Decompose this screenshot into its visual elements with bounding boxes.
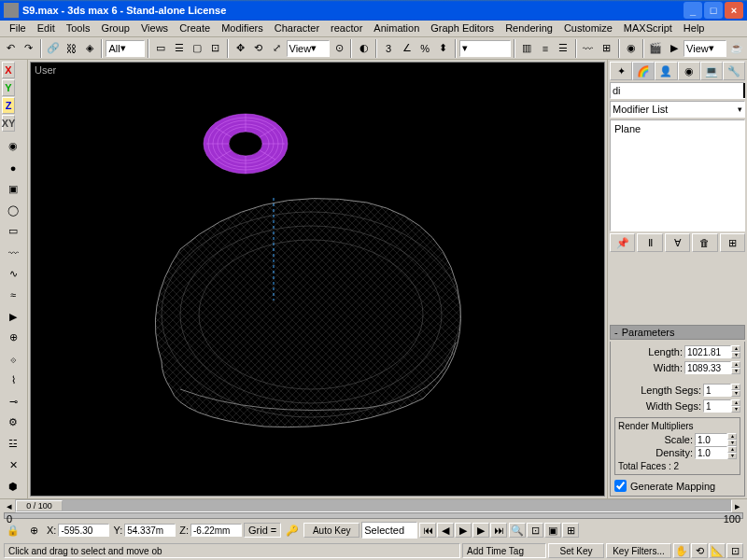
axis-xy-button[interactable]: XY	[2, 115, 15, 132]
tool-rope-icon[interactable]: ∿	[2, 264, 24, 285]
y-input[interactable]	[124, 524, 176, 537]
zoom-button[interactable]: 🔍	[509, 523, 526, 538]
generate-mapping-checkbox[interactable]	[614, 480, 627, 492]
menu-customize[interactable]: Customize	[558, 21, 618, 36]
menu-file[interactable]: File	[4, 21, 32, 36]
menu-reactor[interactable]: reactor	[325, 21, 368, 36]
utilities-tab[interactable]: 🔧	[723, 62, 745, 80]
density-input[interactable]	[695, 446, 727, 459]
object-color-swatch[interactable]	[743, 83, 745, 98]
percent-snap-button[interactable]: %	[416, 39, 433, 58]
move-button[interactable]: ✥	[232, 39, 248, 58]
tool-plane-icon[interactable]: ▭	[2, 221, 24, 242]
transform-type-button[interactable]: ⊕	[24, 521, 43, 539]
tool-point-icon[interactable]: ◉	[2, 136, 24, 157]
tool-analyze-icon[interactable]: ⊕	[2, 328, 24, 348]
modifier-list-dropdown[interactable]: Modifier List	[610, 101, 745, 118]
rotate-button[interactable]: ⟲	[250, 39, 267, 58]
window-crossing-button[interactable]: ⊡	[207, 39, 224, 58]
remove-modifier-button[interactable]: 🗑	[692, 233, 717, 252]
modify-tab[interactable]: 🌈	[632, 62, 655, 80]
object-name-input[interactable]	[611, 83, 743, 98]
auto-key-button[interactable]: Auto Key	[303, 523, 359, 538]
render-type[interactable]: View ▾	[684, 40, 726, 57]
pin-stack-button[interactable]: 📌	[610, 233, 635, 252]
arc-rotate-button[interactable]: ⟲	[691, 543, 708, 558]
display-tab[interactable]: 💻	[700, 62, 723, 80]
angle-snap-button[interactable]: ∠	[398, 39, 415, 58]
goto-end-button[interactable]: ⏭	[490, 523, 507, 538]
maximize-viewport-button[interactable]: ⊡	[726, 543, 743, 558]
menu-rendering[interactable]: Rendering	[500, 21, 558, 36]
zoom-all-button[interactable]: ⊡	[527, 523, 543, 538]
timeline-next[interactable]: ▸	[732, 499, 743, 512]
named-selection-sets[interactable]: ▾	[459, 40, 511, 57]
key-filter-dropdown[interactable]: Selected	[361, 522, 417, 539]
schematic-view-button[interactable]: ⊞	[598, 39, 614, 58]
menu-group[interactable]: Group	[95, 21, 135, 36]
tool-sphere-icon[interactable]: ●	[2, 158, 24, 178]
fov-button[interactable]: 📐	[709, 543, 726, 558]
prev-frame-button[interactable]: ◀	[437, 523, 454, 538]
pan-button[interactable]: ✋	[673, 543, 690, 558]
timeline-prev[interactable]: ◂	[4, 499, 15, 512]
tool-toy-icon[interactable]: ✕	[2, 455, 24, 475]
length-spinner-down[interactable]: ▾	[731, 352, 740, 358]
time-slider[interactable]: 0 / 100	[15, 499, 732, 512]
maximize-button[interactable]: □	[704, 2, 723, 19]
tool-preview-icon[interactable]: ▶	[2, 306, 24, 327]
stack-item[interactable]: Plane	[613, 122, 742, 135]
region-button[interactable]: ▢	[189, 39, 205, 58]
link-button[interactable]: 🔗	[45, 39, 62, 58]
width-segs-input[interactable]	[703, 399, 731, 413]
render-scene-button[interactable]: 🎬	[647, 39, 664, 58]
tool-constraint-icon[interactable]: ⟐	[2, 349, 24, 370]
manipulate-button[interactable]: ◐	[355, 39, 372, 58]
layers-button[interactable]: ☰	[555, 39, 571, 58]
configure-sets-button[interactable]: ⊞	[720, 233, 745, 252]
goto-start-button[interactable]: ⏮	[419, 523, 436, 538]
menu-graph-editors[interactable]: Graph Editors	[425, 21, 500, 36]
tool-box-icon[interactable]: ▣	[2, 179, 24, 200]
axis-y-button[interactable]: Y	[2, 79, 15, 96]
width-spinner-down[interactable]: ▾	[731, 368, 740, 374]
unlink-button[interactable]: ⛓	[63, 39, 79, 58]
pivot-button[interactable]: ⊙	[331, 39, 347, 58]
menu-modifiers[interactable]: Modifiers	[216, 21, 269, 36]
select-button[interactable]: ▭	[152, 39, 169, 58]
scale-button[interactable]: ⤢	[268, 39, 285, 58]
tool-cylinder-icon[interactable]: ◯	[2, 200, 24, 220]
tool-spring-icon[interactable]: ⌇	[2, 370, 24, 390]
menu-views[interactable]: Views	[135, 21, 174, 36]
zoom-extents-button[interactable]: ▣	[544, 523, 561, 538]
motion-tab[interactable]: ◉	[678, 62, 700, 80]
spinner-snap-button[interactable]: ⬍	[434, 39, 451, 58]
tool-water-icon[interactable]: ≈	[2, 285, 24, 305]
menu-tools[interactable]: Tools	[61, 21, 96, 36]
axis-z-button[interactable]: Z	[2, 97, 15, 114]
mirror-button[interactable]: ▥	[518, 39, 535, 58]
object-name-field[interactable]	[610, 82, 745, 99]
length-segs-input[interactable]	[703, 384, 731, 397]
tool-motor-icon[interactable]: ⚙	[2, 413, 24, 433]
material-editor-button[interactable]: ◉	[623, 39, 640, 58]
set-key-button[interactable]: Set Key	[548, 543, 604, 558]
key-mode-button[interactable]: 🔑	[283, 521, 302, 539]
select-by-name-button[interactable]: ☰	[171, 39, 188, 58]
show-end-result-button[interactable]: Ⅱ	[637, 233, 662, 252]
bind-button[interactable]: ◈	[81, 39, 98, 58]
create-tab[interactable]: ✦	[610, 62, 632, 80]
tool-cloth-icon[interactable]: 〰	[2, 243, 24, 263]
selection-filter[interactable]: All ▾	[106, 40, 145, 57]
length-input[interactable]	[684, 345, 731, 358]
menu-character[interactable]: Character	[269, 21, 325, 36]
snap-button[interactable]: 3	[380, 39, 397, 58]
z-input[interactable]	[190, 524, 242, 537]
close-button[interactable]: ×	[725, 2, 743, 19]
x-input[interactable]	[58, 524, 109, 537]
render-button[interactable]: ☕	[727, 39, 744, 58]
time-ruler[interactable]: 0 100	[4, 512, 743, 519]
scale-input[interactable]	[695, 433, 727, 446]
viewport[interactable]: User	[30, 62, 605, 497]
time-slider-thumb[interactable]: 0 / 100	[16, 500, 63, 511]
